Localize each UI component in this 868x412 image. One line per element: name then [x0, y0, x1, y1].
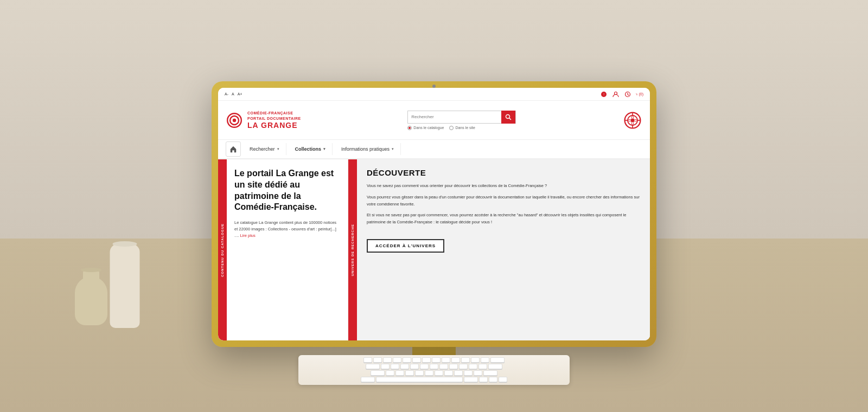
vase-tall [106, 236, 144, 328]
font-increase-button[interactable]: A+ [238, 92, 242, 96]
notification-icon[interactable]: ! [600, 91, 608, 98]
key [415, 370, 424, 376]
key [422, 357, 431, 363]
key [464, 370, 473, 376]
svg-point-3 [637, 94, 637, 95]
cart-icon[interactable]: (0) [636, 91, 643, 98]
search-input[interactable] [408, 114, 501, 119]
monitor-camera [432, 85, 436, 88]
search-area: Dans le catalogue Dans le site [407, 111, 516, 130]
key [386, 370, 394, 376]
key [412, 357, 421, 363]
key [481, 357, 489, 363]
key [479, 377, 488, 382]
monitor-frame: A- A A+ ! [212, 81, 656, 347]
svg-point-6 [233, 118, 236, 121]
logo-area: COMÉDIE-FRANÇAISE PORTAIL DOCUMENTAIRE L… [226, 111, 301, 130]
key [483, 370, 497, 376]
search-box [407, 111, 516, 124]
key [400, 364, 409, 369]
logo-text-area: COMÉDIE-FRANÇAISE PORTAIL DOCUMENTAIRE L… [247, 111, 301, 130]
utility-icons: ! [600, 91, 643, 98]
website: A- A A+ ! [218, 88, 650, 340]
left-panel-content: Le portail La Grange est un site dédié a… [227, 159, 348, 340]
nav-item-collections[interactable]: Collections ▾ [289, 143, 333, 155]
radio-catalogue-label: Dans le catalogue [413, 126, 444, 130]
radio-site[interactable]: Dans le site [449, 126, 475, 130]
user-icon[interactable] [612, 91, 620, 98]
key [489, 377, 497, 382]
keyboard [298, 355, 570, 385]
key [464, 377, 478, 382]
header: COMÉDIE-FRANÇAISE PORTAIL DOCUMENTAIRE L… [218, 101, 650, 140]
font-decrease-button[interactable]: A- [225, 92, 228, 96]
monitor-screen: A- A A+ ! [218, 88, 650, 340]
read-more-link[interactable]: Lire plus [240, 233, 255, 238]
search-radios: Dans le catalogue Dans le site [407, 126, 516, 130]
key [499, 377, 507, 382]
font-normal-button[interactable]: A [232, 92, 234, 96]
notification-dot: ! [601, 92, 607, 97]
spacebar-key [376, 377, 463, 382]
logo-line1: COMÉDIE-FRANÇAISE [247, 111, 301, 116]
nav-collections-chevron: ▾ [323, 147, 326, 151]
side-tab-catalogue-label: CONTENU DU CATALOGUE [221, 223, 224, 277]
key-row-1 [302, 357, 566, 363]
key [395, 370, 404, 376]
key [488, 364, 502, 369]
key [451, 357, 460, 363]
key-row-4 [302, 377, 566, 382]
nav-item-informations[interactable]: Informations pratiques ▾ [335, 143, 401, 155]
key [410, 364, 419, 369]
key [459, 364, 468, 369]
key [435, 370, 443, 376]
side-tab-univers-label: UNIVERS DE RECHERCHE [351, 224, 354, 276]
nav-informations-chevron: ▾ [392, 147, 394, 151]
nav-rechercher-chevron: ▾ [277, 147, 279, 151]
nav-bar: Rechercher ▾ Collections ▾ Informations … [218, 140, 650, 159]
key [471, 357, 480, 363]
nav-informations-label: Informations pratiques [341, 146, 390, 152]
radio-catalogue[interactable]: Dans le catalogue [407, 126, 444, 130]
key [361, 377, 375, 382]
key [454, 370, 463, 376]
cart-count: (0) [639, 92, 643, 96]
key [391, 364, 399, 369]
search-button[interactable] [501, 111, 515, 124]
key [449, 364, 458, 369]
key [425, 370, 433, 376]
radio-site-label: Dans le site [455, 126, 475, 130]
radio-dot-site [449, 126, 454, 130]
access-universe-button[interactable]: ACCÉDER À L'UNIVERS [367, 239, 444, 253]
side-tab-univers: UNIVERS DE RECHERCHE [348, 159, 357, 340]
panel-body: Le catalogue La Grange contient plus de … [234, 220, 340, 239]
left-panel: CONTENU DU CATALOGUE Le portail La Grang… [218, 159, 348, 340]
nav-collections-label: Collections [295, 146, 322, 152]
key [474, 370, 482, 376]
key [478, 364, 487, 369]
key [432, 357, 441, 363]
home-button[interactable] [226, 141, 241, 157]
key [383, 357, 392, 363]
discovery-para1: Vous ne savez pas comment vous orienter … [367, 183, 640, 190]
keyboard-rows [298, 355, 570, 384]
svg-point-10 [630, 118, 634, 122]
discovery-title: DÉCOUVERTE [367, 168, 640, 177]
font-size-controls: A- A A+ [225, 92, 242, 96]
nav-item-rechercher[interactable]: Rechercher ▾ [243, 143, 286, 155]
logo-svg [226, 112, 243, 129]
key [461, 357, 470, 363]
utility-bar: A- A A+ ! [218, 88, 650, 101]
key [366, 364, 380, 369]
key [373, 357, 382, 363]
key-row-3 [302, 370, 566, 376]
key [420, 364, 429, 369]
key-row-2 [302, 364, 566, 369]
side-tab-catalogue: CONTENU DU CATALOGUE [218, 159, 227, 340]
key [439, 364, 448, 369]
header-right-logo [623, 111, 642, 130]
history-icon[interactable] [624, 91, 631, 98]
right-panel-content: DÉCOUVERTE Vous ne savez pas comment vou… [357, 159, 650, 340]
nav-rechercher-label: Rechercher [250, 146, 275, 152]
svg-point-0 [615, 92, 617, 94]
